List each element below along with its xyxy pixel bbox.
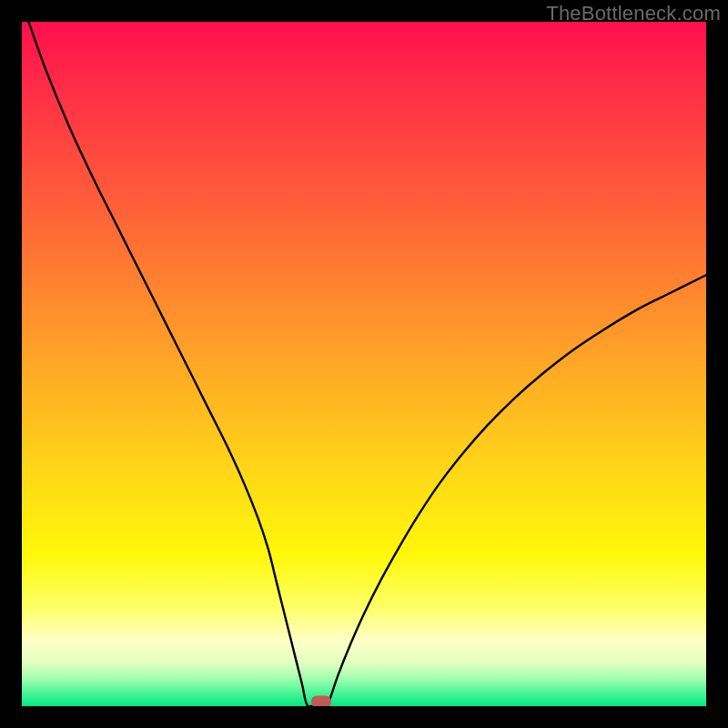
plot-area (22, 22, 706, 706)
watermark-label: TheBottleneck.com (546, 2, 721, 25)
bottleneck-curve (22, 22, 706, 706)
chart-frame: TheBottleneck.com (0, 0, 728, 728)
bottleneck-marker (311, 695, 331, 706)
